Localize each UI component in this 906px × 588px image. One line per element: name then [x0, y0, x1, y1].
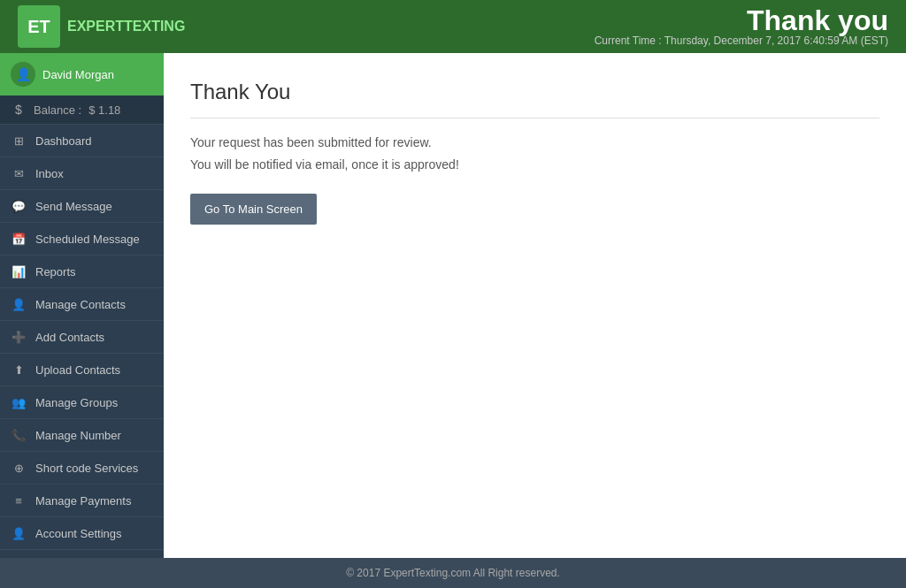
- logo-icon: ET: [18, 5, 60, 48]
- sidebar-item-label: Manage Groups: [35, 396, 118, 409]
- sidebar-item-label: Manage Number: [35, 429, 121, 442]
- sidebar-item-manage-contacts[interactable]: 👤 Manage Contacts: [0, 288, 164, 321]
- sidebar-item-label: Scheduled Message: [35, 233, 140, 246]
- thank-you-message: Your request has been submitted for revi…: [190, 132, 879, 176]
- sidebar-username: David Morgan: [42, 68, 114, 81]
- sidebar-item-manage-payments[interactable]: ≡ Manage Payments: [0, 485, 164, 517]
- sidebar: 👤 David Morgan $ Balance : $ 1.18 ⊞ Dash…: [0, 53, 164, 558]
- footer-copyright: © 2017 ExpertTexting.com All Right reser…: [346, 567, 560, 579]
- main-layout: 👤 David Morgan $ Balance : $ 1.18 ⊞ Dash…: [0, 53, 906, 558]
- add-contacts-icon: ➕: [11, 329, 27, 345]
- logo-text: EXPERTTEXTING: [67, 19, 185, 34]
- upload-contacts-icon: ⬆: [11, 362, 27, 378]
- sidebar-item-label: Send Message: [35, 200, 112, 213]
- manage-payments-icon: ≡: [11, 493, 27, 508]
- content-area: Thank You Your request has been submitte…: [164, 53, 906, 558]
- current-time: Current Time : Thursday, December 7, 201…: [595, 34, 888, 47]
- sidebar-item-label: Short code Services: [35, 462, 138, 475]
- sidebar-item-label: Inbox: [35, 167, 64, 180]
- sidebar-item-dashboard[interactable]: ⊞ Dashboard: [0, 125, 164, 157]
- scheduled-icon: 📅: [11, 231, 27, 247]
- logo-area: ET EXPERTTEXTING: [18, 5, 185, 48]
- top-header: ET EXPERTTEXTING Thank you Current Time …: [0, 0, 906, 53]
- sidebar-item-inbox[interactable]: ✉ Inbox: [0, 157, 164, 190]
- sidebar-item-send-message[interactable]: 💬 Send Message: [0, 190, 164, 223]
- inbox-icon: ✉: [11, 165, 27, 181]
- shortcode-icon: ⊕: [11, 460, 27, 476]
- sidebar-item-manage-groups[interactable]: 👥 Manage Groups: [0, 386, 164, 419]
- sidebar-item-label: Reports: [35, 265, 76, 279]
- sidebar-item-label: Add Contacts: [35, 331, 104, 344]
- dashboard-icon: ⊞: [11, 133, 27, 149]
- content-main: Thank You Your request has been submitte…: [164, 53, 906, 558]
- user-avatar-icon: 👤: [11, 62, 35, 87]
- sidebar-item-support-center[interactable]: ⚙ Support Center: [0, 550, 164, 558]
- sidebar-item-reports[interactable]: 📊 Reports: [0, 256, 164, 288]
- sidebar-item-upload-contacts[interactable]: ⬆ Upload Contacts: [0, 354, 164, 386]
- sidebar-item-manage-number[interactable]: 📞 Manage Number: [0, 419, 164, 452]
- manage-number-icon: 📞: [11, 427, 27, 443]
- message-line1: Your request has been submitted for revi…: [190, 132, 879, 154]
- sidebar-item-scheduled-message[interactable]: 📅 Scheduled Message: [0, 223, 164, 256]
- send-message-icon: 💬: [11, 198, 27, 214]
- sidebar-item-label: Manage Contacts: [35, 298, 126, 311]
- reports-icon: 📊: [11, 263, 27, 279]
- balance-row: $ Balance : $ 1.18: [0, 95, 164, 125]
- balance-label: Balance :: [34, 103, 81, 117]
- balance-value: $ 1.18: [88, 103, 120, 117]
- sidebar-item-label: Upload Contacts: [35, 363, 120, 377]
- sidebar-item-add-contacts[interactable]: ➕ Add Contacts: [0, 321, 164, 354]
- manage-contacts-icon: 👤: [11, 296, 27, 312]
- content-heading: Thank You: [190, 80, 879, 118]
- account-settings-icon: 👤: [11, 525, 27, 541]
- sidebar-item-label: Account Settings: [35, 527, 122, 540]
- dollar-icon: $: [11, 103, 27, 117]
- manage-groups-icon: 👥: [11, 394, 27, 410]
- sidebar-item-label: Manage Payments: [35, 494, 131, 508]
- sidebar-item-shortcode-services[interactable]: ⊕ Short code Services: [0, 452, 164, 485]
- sidebar-user: 👤 David Morgan: [0, 53, 164, 95]
- sidebar-item-label: Dashboard: [35, 134, 92, 148]
- page-title: Thank you: [595, 6, 888, 34]
- sidebar-item-account-settings[interactable]: 👤 Account Settings: [0, 517, 164, 550]
- header-right: Thank you Current Time : Thursday, Decem…: [595, 6, 888, 47]
- message-line2: You will be notified via email, once it …: [190, 154, 879, 176]
- go-to-main-button[interactable]: Go To Main Screen: [190, 194, 317, 225]
- footer: © 2017 ExpertTexting.com All Right reser…: [0, 558, 906, 588]
